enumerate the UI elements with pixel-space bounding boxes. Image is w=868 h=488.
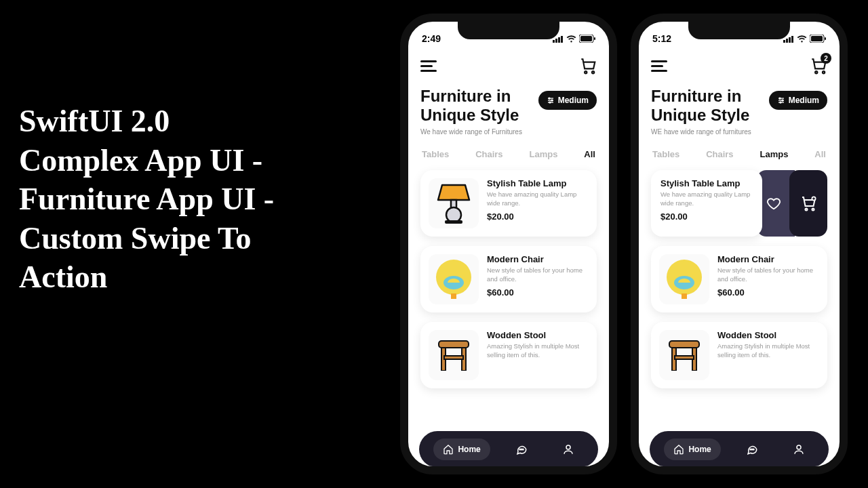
heart-icon <box>766 196 781 211</box>
status-icons <box>783 35 826 43</box>
svg-point-13 <box>446 207 461 222</box>
phone-left: 2:49 Furniture in Unique Style We have w… <box>400 14 617 474</box>
svg-point-37 <box>780 102 781 103</box>
product-image <box>429 178 479 228</box>
device-notch <box>688 22 790 39</box>
chat-icon <box>515 443 528 455</box>
tab-chat[interactable] <box>506 438 537 461</box>
svg-rect-43 <box>682 293 687 299</box>
tab-profile[interactable] <box>553 438 584 461</box>
category-chairs[interactable]: Chairs <box>475 149 502 159</box>
svg-point-51 <box>797 445 801 449</box>
battery-icon <box>579 35 595 43</box>
product-desc: Amazing Stylish in multiple Most selling… <box>717 342 819 359</box>
hero-title: SwiftUI 2.0 Complex App UI - Furniture A… <box>19 102 290 297</box>
chair-icon <box>433 258 475 300</box>
category-tables[interactable]: Tables <box>422 149 449 159</box>
tab-profile[interactable] <box>783 438 814 461</box>
profile-icon <box>793 443 805 455</box>
category-tables[interactable]: Tables <box>652 149 679 159</box>
svg-point-48 <box>750 449 751 450</box>
svg-rect-5 <box>580 36 592 41</box>
product-card[interactable]: Stylish Table Lamp We have amazing quali… <box>420 170 597 237</box>
categories-row: Tables Chairs Lamps All <box>422 149 595 159</box>
product-card[interactable]: Stylish Table Lamp We have amazing quali… <box>651 170 762 237</box>
cart-add-icon <box>800 195 816 211</box>
product-desc: We have amazing quality Lamp wide range. <box>660 190 753 207</box>
product-name: Stylish Table Lamp <box>487 178 589 188</box>
svg-point-25 <box>566 445 570 449</box>
category-all[interactable]: All <box>814 149 826 159</box>
sliders-icon <box>777 96 785 104</box>
status-time: 5:12 <box>652 33 671 44</box>
svg-rect-2 <box>558 37 560 43</box>
category-lamps[interactable]: Lamps <box>530 149 558 159</box>
chat-icon <box>746 443 758 455</box>
wifi-icon <box>797 35 807 43</box>
product-name: Wodden Stool <box>717 330 819 340</box>
product-card[interactable]: Wodden Stool Amazing Stylish in multiple… <box>651 322 827 388</box>
tab-chat[interactable] <box>736 438 768 461</box>
stool-icon <box>665 340 703 371</box>
svg-point-22 <box>519 449 521 450</box>
svg-point-39 <box>812 209 814 211</box>
filter-button[interactable]: Medium <box>538 91 597 110</box>
filter-label: Medium <box>789 96 819 105</box>
swiped-product-row: Stylish Table Lamp We have amazing quali… <box>651 170 827 237</box>
product-name: Modern Chair <box>487 254 589 264</box>
swipe-addcart-button[interactable] <box>789 170 827 237</box>
product-price: $60.00 <box>487 287 589 298</box>
phone-right: 5:12 2 Furniture in Unique Style WE have… <box>631 14 848 474</box>
product-desc: New style of tables for your home and of… <box>487 266 589 283</box>
svg-rect-27 <box>786 39 788 43</box>
category-all[interactable]: All <box>584 149 595 159</box>
svg-rect-6 <box>594 37 595 40</box>
svg-point-9 <box>549 98 550 99</box>
wifi-icon <box>566 35 576 43</box>
product-desc: New style of tables for your home and of… <box>717 266 819 283</box>
tab-home[interactable]: Home <box>433 439 490 460</box>
product-price: $20.00 <box>660 211 753 222</box>
svg-point-35 <box>779 98 781 99</box>
cart-button[interactable] <box>579 57 597 75</box>
filter-label: Medium <box>558 96 589 105</box>
product-card[interactable]: Wodden Stool Amazing Stylish in multiple… <box>420 322 597 388</box>
cart-button[interactable]: 2 <box>810 57 827 75</box>
category-chairs[interactable]: Chairs <box>706 149 733 159</box>
product-image <box>429 330 479 380</box>
svg-rect-1 <box>555 39 557 43</box>
product-name: Stylish Table Lamp <box>660 178 753 188</box>
svg-rect-26 <box>783 40 785 43</box>
svg-point-11 <box>549 102 551 103</box>
page-subtitle: WE have wide range of furnitures <box>651 128 764 136</box>
svg-rect-14 <box>445 220 462 224</box>
filter-button[interactable]: Medium <box>769 91 827 110</box>
page-title: Furniture in Unique Style <box>651 87 764 124</box>
status-icons <box>553 35 595 43</box>
svg-point-38 <box>806 209 808 211</box>
svg-rect-17 <box>451 293 456 299</box>
bottom-tabbar: Home <box>419 431 598 468</box>
product-card[interactable]: Modern Chair New style of tables for you… <box>420 246 597 312</box>
product-card[interactable]: Modern Chair New style of tables for you… <box>651 246 827 312</box>
home-icon <box>673 444 684 455</box>
menu-icon[interactable] <box>651 60 667 71</box>
menu-icon[interactable] <box>420 60 437 71</box>
category-lamps[interactable]: Lamps <box>760 149 789 159</box>
svg-point-49 <box>751 449 753 450</box>
svg-point-10 <box>551 100 553 101</box>
battery-icon <box>810 35 826 43</box>
product-name: Wodden Stool <box>487 330 589 340</box>
svg-rect-3 <box>561 36 563 43</box>
svg-rect-47 <box>675 356 694 359</box>
svg-point-33 <box>815 71 817 73</box>
tab-home[interactable]: Home <box>664 439 720 460</box>
svg-point-50 <box>753 449 754 450</box>
tab-home-label: Home <box>458 445 480 454</box>
svg-rect-28 <box>789 37 791 43</box>
svg-point-23 <box>521 449 522 450</box>
product-image <box>429 254 479 304</box>
product-price: $20.00 <box>487 211 589 222</box>
product-image <box>659 330 709 380</box>
tab-home-label: Home <box>688 445 711 454</box>
